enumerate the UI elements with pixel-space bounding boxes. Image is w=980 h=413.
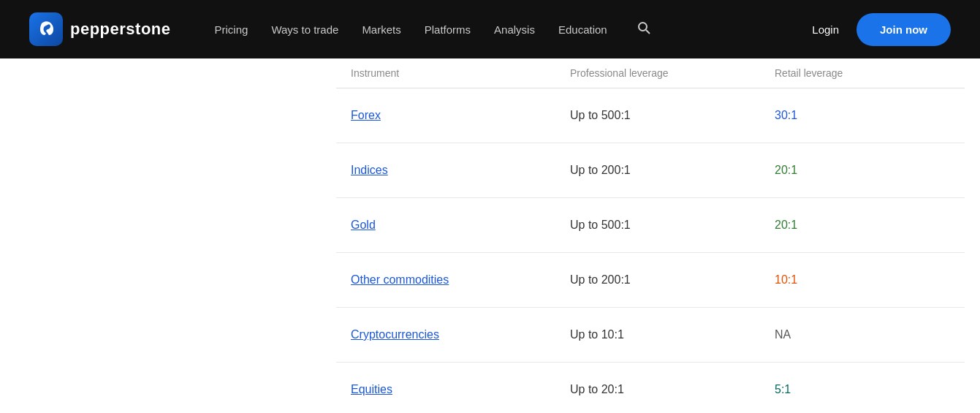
pro-leverage-value: Up to 500:1 [555,88,760,143]
instrument-link-gold[interactable]: Gold [351,219,376,231]
main-content: Instrument Professional leverage Retail … [0,58,980,413]
navbar: pepperstone Pricing Ways to trade Market… [0,0,980,58]
table-row: CryptocurrenciesUp to 10:1NA [336,308,965,363]
instrument-link-indices[interactable]: Indices [351,164,388,176]
nav-item-analysis[interactable]: Analysis [494,23,535,36]
pro-leverage-value: Up to 20:1 [555,363,760,414]
svg-point-0 [639,23,647,31]
retail-leverage-value: 5:1 [760,363,965,414]
leverage-table: Instrument Professional leverage Retail … [336,58,965,413]
nav-right: Login Join now [812,13,951,46]
nav-item-markets[interactable]: Markets [362,23,400,36]
col-pro-leverage: Professional leverage [555,58,760,88]
nav-item-education[interactable]: Education [558,23,607,36]
pro-leverage-value: Up to 200:1 [555,143,760,198]
nav-item-pricing[interactable]: Pricing [215,23,248,36]
logo-area[interactable]: pepperstone [29,12,171,46]
instrument-link-equities[interactable]: Equities [351,383,392,395]
col-instrument: Instrument [336,58,555,88]
table-row: GoldUp to 500:120:1 [336,198,965,253]
login-link[interactable]: Login [812,23,839,36]
table-row: ForexUp to 500:130:1 [336,88,965,143]
instrument-link-other-commodities[interactable]: Other commodities [351,273,449,286]
join-now-button[interactable]: Join now [856,13,951,46]
retail-leverage-value: 20:1 [760,198,965,253]
table-row: IndicesUp to 200:120:1 [336,143,965,198]
col-retail-leverage: Retail leverage [760,58,965,88]
pepperstone-logo-icon [29,12,63,46]
nav-item-platforms[interactable]: Platforms [425,23,471,36]
logo-name: pepperstone [70,20,171,39]
retail-leverage-value: 20:1 [760,143,965,198]
retail-leverage-value: 30:1 [760,88,965,143]
table-header-row: Instrument Professional leverage Retail … [336,58,965,88]
pro-leverage-value: Up to 500:1 [555,198,760,253]
leverage-table-section: Instrument Professional leverage Retail … [336,58,965,413]
svg-line-1 [646,30,650,34]
retail-leverage-value: NA [760,308,965,363]
retail-leverage-value: 10:1 [760,253,965,308]
nav-links: Pricing Ways to trade Markets Platforms … [215,20,813,39]
search-icon[interactable] [637,20,651,39]
instrument-link-cryptocurrencies[interactable]: Cryptocurrencies [351,328,439,341]
pro-leverage-value: Up to 200:1 [555,253,760,308]
nav-item-ways-to-trade[interactable]: Ways to trade [271,23,338,36]
pro-leverage-value: Up to 10:1 [555,308,760,363]
table-row: EquitiesUp to 20:15:1 [336,363,965,414]
instrument-link-forex[interactable]: Forex [351,109,381,121]
table-row: Other commoditiesUp to 200:110:1 [336,253,965,308]
